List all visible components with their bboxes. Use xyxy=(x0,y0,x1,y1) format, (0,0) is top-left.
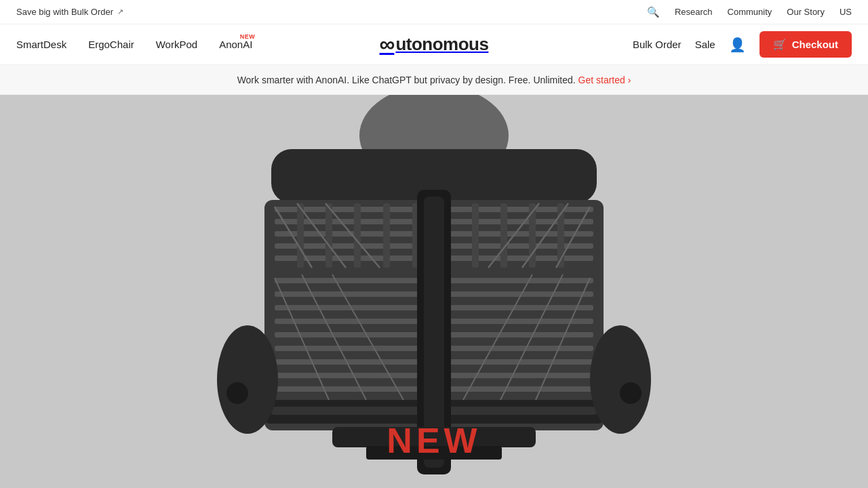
bulk-order-link[interactable]: Save big with Bulk Order xyxy=(16,7,113,17)
svg-point-39 xyxy=(620,382,642,404)
checkout-label: Checkout xyxy=(792,39,838,50)
user-icon[interactable]: 👤 xyxy=(729,37,746,53)
announcement-bar: Work smarter with AnonAI. Like ChatGPT b… xyxy=(0,65,868,95)
get-started-link[interactable]: Get started › xyxy=(578,75,631,85)
checkout-button[interactable]: 🛒 Checkout xyxy=(760,31,852,58)
cart-icon: 🛒 xyxy=(773,38,787,51)
svg-point-36 xyxy=(217,325,278,434)
main-nav: SmartDesk ErgoChair WorkPod AnonAI NEW ∞… xyxy=(0,24,868,65)
logo[interactable]: ∞utonomous xyxy=(380,32,489,57)
svg-rect-9 xyxy=(297,203,304,268)
logo-text: ∞utonomous xyxy=(380,32,489,57)
svg-rect-11 xyxy=(354,203,361,268)
our-story-link[interactable]: Our Story xyxy=(787,7,825,17)
svg-rect-16 xyxy=(500,203,507,268)
nav-left: SmartDesk ErgoChair WorkPod AnonAI NEW xyxy=(16,39,252,50)
top-bar-left: Save big with Bulk Order ↗ xyxy=(16,7,123,17)
logo-word: utonomous xyxy=(395,34,488,55)
sale-nav-link[interactable]: Sale xyxy=(695,39,715,50)
search-icon[interactable]: 🔍 xyxy=(647,6,660,18)
get-started-arrow: › xyxy=(628,75,631,85)
top-bar: Save big with Bulk Order ↗ 🔍 Research Co… xyxy=(0,0,868,24)
chair-illustration xyxy=(129,95,739,474)
get-started-label: Get started xyxy=(578,75,625,85)
svg-point-38 xyxy=(590,325,651,434)
announcement-text: Work smarter with AnonAI. Like ChatGPT b… xyxy=(237,75,576,85)
hero-new-label: NEW xyxy=(387,420,481,461)
bulk-order-arrow: ↗ xyxy=(117,7,123,16)
community-link[interactable]: Community xyxy=(728,7,772,17)
anonai-nav-link[interactable]: AnonAI NEW xyxy=(219,39,252,50)
hero-section: NEW xyxy=(0,95,868,488)
ergochair-nav-link[interactable]: ErgoChair xyxy=(88,39,134,50)
svg-rect-15 xyxy=(472,203,479,268)
anonai-new-badge: NEW xyxy=(240,33,256,40)
region-link[interactable]: US xyxy=(840,7,852,17)
research-link[interactable]: Research xyxy=(675,7,713,17)
svg-rect-10 xyxy=(326,203,332,268)
bulk-order-nav-link[interactable]: Bulk Order xyxy=(633,39,682,50)
svg-rect-12 xyxy=(383,203,390,268)
svg-point-37 xyxy=(226,382,248,404)
logo-infinity-symbol: ∞ xyxy=(380,32,395,57)
smartdesk-nav-link[interactable]: SmartDesk xyxy=(16,39,66,50)
workpod-nav-link[interactable]: WorkPod xyxy=(156,39,197,50)
top-bar-right: 🔍 Research Community Our Story US xyxy=(647,6,852,18)
nav-right: Bulk Order Sale 👤 🛒 Checkout xyxy=(633,31,852,58)
nav-center: ∞utonomous xyxy=(380,32,489,57)
